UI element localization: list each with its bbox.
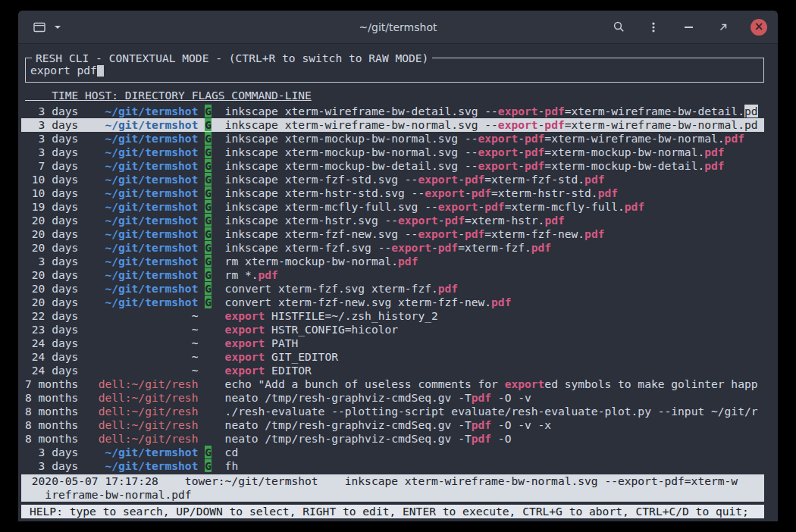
terminal-window-icon[interactable] bbox=[32, 20, 47, 35]
history-row[interactable]: 20 days ~/git/termshot G convert xterm-f… bbox=[21, 282, 764, 296]
titlebar: ~/git/termshot × bbox=[18, 11, 778, 44]
help-bar: HELP: type to search, UP/DOWN to select,… bbox=[21, 505, 764, 518]
history-row[interactable]: 20 days ~/git/termshot G inkscape xterm-… bbox=[21, 241, 764, 255]
history-row[interactable]: 8 months dell:~/git/resh neato /tmp/resh… bbox=[21, 391, 764, 405]
history-row[interactable]: 24 days ~ export EDITOR bbox=[21, 364, 764, 377]
history-row[interactable]: 20 days ~/git/termshot G rm *.pdf bbox=[21, 268, 764, 282]
close-button[interactable]: × bbox=[751, 19, 767, 36]
history-row[interactable]: 3 days ~/git/termshot G fh bbox=[21, 459, 764, 473]
history-row[interactable]: 19 days ~/git/termshot G inkscape xterm-… bbox=[21, 200, 764, 214]
history-row[interactable]: 3 days ~/git/termshot G inkscape xterm-w… bbox=[21, 105, 764, 118]
table-header-row: TIME HOST: DIRECTORY FLAGS COMMAND-LINE bbox=[25, 89, 764, 102]
history-row[interactable]: 10 days ~/git/termshot G inkscape xterm-… bbox=[21, 186, 764, 200]
selected-entry-detail: 2020-05-07 17:17:28 tower:~/git/termshot… bbox=[21, 474, 764, 502]
history-row[interactable]: 8 months dell:~/git/resh neato /tmp/resh… bbox=[21, 432, 764, 446]
history-row[interactable]: 3 days ~/git/termshot G rm xterm-mockup-… bbox=[21, 255, 764, 268]
dropdown-caret-icon[interactable] bbox=[55, 26, 61, 32]
search-query-text: export pdf bbox=[30, 64, 97, 77]
terminal-window: ~/git/termshot × bbox=[18, 11, 778, 521]
detail-line-1: 2020-05-07 17:17:28 tower:~/git/termshot… bbox=[25, 474, 764, 488]
history-row[interactable]: 7 months dell:~/git/resh echo "Add a bun… bbox=[21, 377, 764, 391]
history-row[interactable]: 24 days ~ export GIT_EDITOR bbox=[21, 350, 764, 364]
history-row[interactable]: 20 days ~/git/termshot G inkscape xterm-… bbox=[21, 214, 764, 227]
restore-button[interactable] bbox=[716, 20, 731, 35]
history-row[interactable]: 8 months dell:~/git/resh ./resh-evaluate… bbox=[21, 405, 764, 418]
history-row[interactable]: 10 days ~/git/termshot G inkscape xterm-… bbox=[21, 173, 764, 186]
history-row[interactable]: 3 days ~/git/termshot G inkscape xterm-m… bbox=[21, 146, 764, 159]
text-cursor-block bbox=[97, 64, 104, 77]
search-box: RESH CLI - CONTEXTUAL MODE - (CTRL+R to … bbox=[25, 58, 764, 83]
history-row[interactable]: 22 days ~ export HISTFILE=~/.zsh_history… bbox=[21, 309, 764, 323]
history-row[interactable]: 3 days ~/git/termshot G inkscape xterm-w… bbox=[21, 118, 764, 132]
minimize-button[interactable] bbox=[681, 20, 696, 35]
mode-title: RESH CLI - CONTEXTUAL MODE - (CTRL+R to … bbox=[32, 52, 432, 65]
history-row[interactable]: 20 days ~/git/termshot G convert xterm-f… bbox=[21, 296, 764, 309]
menu-kebab-icon[interactable] bbox=[646, 20, 661, 35]
search-icon[interactable] bbox=[611, 20, 626, 35]
history-row[interactable]: 3 days ~/git/termshot G inkscape xterm-m… bbox=[21, 132, 764, 146]
detail-line-2: ireframe-bw-normal.pdf bbox=[25, 488, 764, 502]
terminal-content: RESH CLI - CONTEXTUAL MODE - (CTRL+R to … bbox=[18, 44, 778, 521]
history-row[interactable]: 7 days ~/git/termshot G inkscape xterm-m… bbox=[21, 159, 764, 173]
history-row[interactable]: 3 days ~/git/termshot G cd bbox=[21, 446, 764, 459]
history-list: 3 days ~/git/termshot G inkscape xterm-w… bbox=[25, 105, 764, 473]
table-header-text: TIME HOST: DIRECTORY FLAGS COMMAND-LINE bbox=[25, 89, 312, 102]
search-input[interactable]: export pdf bbox=[30, 64, 759, 77]
history-row[interactable]: 24 days ~ export PATH bbox=[21, 336, 764, 350]
history-row[interactable]: 20 days ~/git/termshot G inkscape xterm-… bbox=[21, 227, 764, 241]
history-row[interactable]: 23 days ~ export HSTR_CONFIG=hicolor bbox=[21, 323, 764, 336]
history-row[interactable]: 8 months dell:~/git/resh neato /tmp/resh… bbox=[21, 418, 764, 432]
